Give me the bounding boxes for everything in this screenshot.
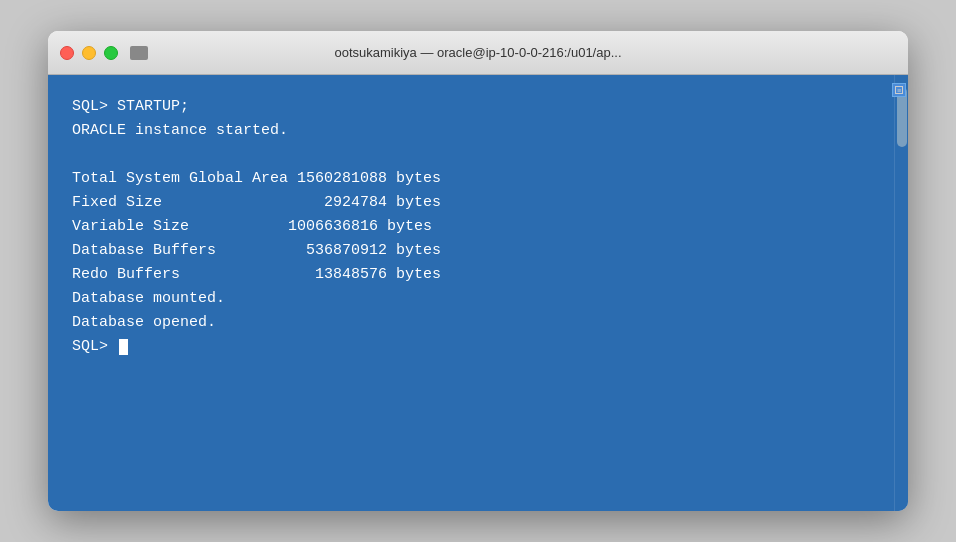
- scrollbar[interactable]: ≡: [894, 75, 908, 511]
- maximize-button[interactable]: [104, 46, 118, 60]
- terminal-cursor: [119, 339, 128, 355]
- minimize-button[interactable]: [82, 46, 96, 60]
- titlebar: ootsukamikiya — oracle@ip-10-0-0-216:/u0…: [48, 31, 908, 75]
- close-button[interactable]: [60, 46, 74, 60]
- terminal-output[interactable]: SQL> STARTUP; ORACLE instance started. T…: [48, 75, 894, 511]
- terminal-text: SQL> STARTUP; ORACLE instance started. T…: [72, 95, 870, 359]
- scroll-icon-inner: ≡: [895, 86, 903, 94]
- window-title: ootsukamikiya — oracle@ip-10-0-0-216:/u0…: [334, 45, 621, 60]
- terminal-icon: [130, 46, 148, 60]
- scroll-icon: ≡: [892, 83, 906, 97]
- terminal-area: SQL> STARTUP; ORACLE instance started. T…: [48, 75, 908, 511]
- window-controls: [60, 46, 118, 60]
- terminal-window: ootsukamikiya — oracle@ip-10-0-0-216:/u0…: [48, 31, 908, 511]
